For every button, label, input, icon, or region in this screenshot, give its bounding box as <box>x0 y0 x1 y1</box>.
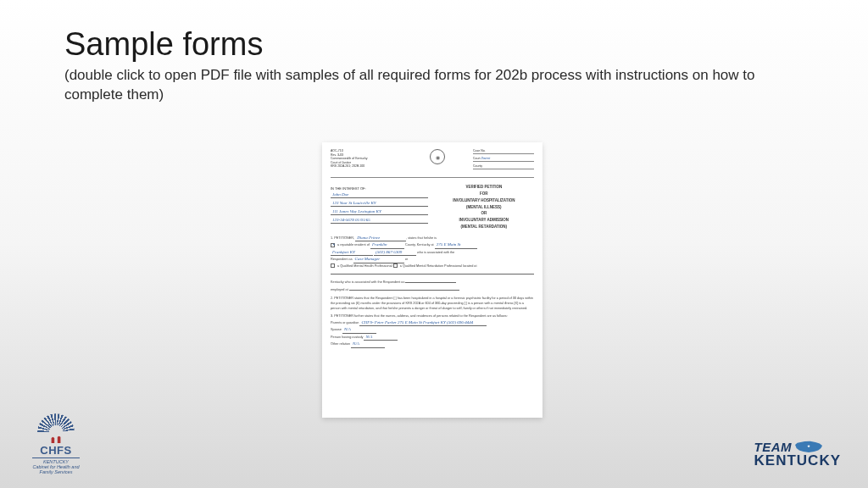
section-2: 2. PETITIONER states that the Respondent… <box>331 297 534 311</box>
form-krs: KRS 202A.261; 202B.100 <box>331 164 402 169</box>
form-doc-info: AOC-710 Rev. 3-03 Commonwealth of Kentuc… <box>331 149 402 169</box>
section-3: 3. PETITIONER further states that the na… <box>331 314 534 348</box>
petitioner-county: Franklin <box>370 241 404 249</box>
interest-label: IN THE INTEREST OF: <box>331 186 428 191</box>
form-header: AOC-710 Rev. 3-03 Commonwealth of Kentuc… <box>331 149 534 178</box>
petitioner-phone: (502) 867-5309 <box>374 249 416 257</box>
petitioner-addr: 275 E Main St <box>435 241 477 249</box>
respondent-addr1: 123 Your St Louisville KY <box>331 201 428 207</box>
form-title-l6: INVOLUNTARY ADMISSION <box>435 218 532 223</box>
kentucky-text: KENTUCKY <box>754 452 841 469</box>
case-no-line: Case No. <box>473 149 534 154</box>
other-value: N/A <box>351 341 385 348</box>
page-title: Sample forms <box>64 27 834 63</box>
form-title-l1: VERIFIED PETITION <box>435 185 532 190</box>
form-case-block: Case No. Court District County <box>473 149 534 172</box>
petitioner-city: Frankfort KY <box>331 249 373 257</box>
checkbox-qmrp <box>393 263 398 268</box>
form-title-l7: (MENTAL RETARDATION) <box>435 225 532 230</box>
respondent-addr2: 111 Jones Way Lexington KY <box>331 209 428 215</box>
parents-value: CHFS- Peter Parker 275 E Main St Frankfo… <box>359 319 487 327</box>
sample-form-pdf-thumbnail[interactable]: AOC-710 Rev. 3-03 Commonwealth of Kentuc… <box>322 142 542 418</box>
team-kentucky-logo: TEAM KENTUCKY <box>754 440 841 469</box>
form-title-l4: (MENTAL ILLNESS) <box>435 205 532 210</box>
respondent-ssn-dob: 123-34-5678 01/01/65 <box>331 218 428 224</box>
petitioner-name: Diana Prince <box>355 235 406 242</box>
form-title-l2: FOR <box>435 191 532 197</box>
court-line: Court District <box>473 157 534 162</box>
county-line: County <box>473 164 534 169</box>
sunburst-icon <box>37 413 75 432</box>
checkbox-qmhp <box>331 263 335 268</box>
people-icon <box>48 433 64 443</box>
relationship: Case Manager <box>353 256 404 263</box>
custody-value: N/A <box>364 334 398 341</box>
checkbox-resident <box>331 243 335 247</box>
chfs-text: CHFS <box>40 445 71 457</box>
spouse-value: N/A <box>342 326 376 334</box>
chfs-logo: CHFS KENTUCKY Cabinet for Health and Fam… <box>32 413 80 474</box>
respondent-name: John Doe <box>331 192 428 198</box>
petitioner-section: 1. PETITIONER, Diana Prince, states that… <box>331 235 534 293</box>
form-title-l5: OR <box>435 211 532 216</box>
form-title-row: IN THE INTEREST OF: John Doe 123 Your St… <box>331 183 534 231</box>
respondent-block: IN THE INTEREST OF: John Doe 123 Your St… <box>331 183 428 231</box>
slide-header: Sample forms (double click to open PDF f… <box>64 27 834 105</box>
state-seal-icon: ◉ <box>430 149 445 164</box>
chfs-services: Family Services <box>40 469 73 474</box>
form-title-block: VERIFIED PETITION FOR INVOLUNTARY HOSPIT… <box>435 183 532 231</box>
page-subtitle: (double click to open PDF file with samp… <box>64 66 802 105</box>
form-title-l3: INVOLUNTARY HOSPITALIZATION <box>435 198 532 203</box>
